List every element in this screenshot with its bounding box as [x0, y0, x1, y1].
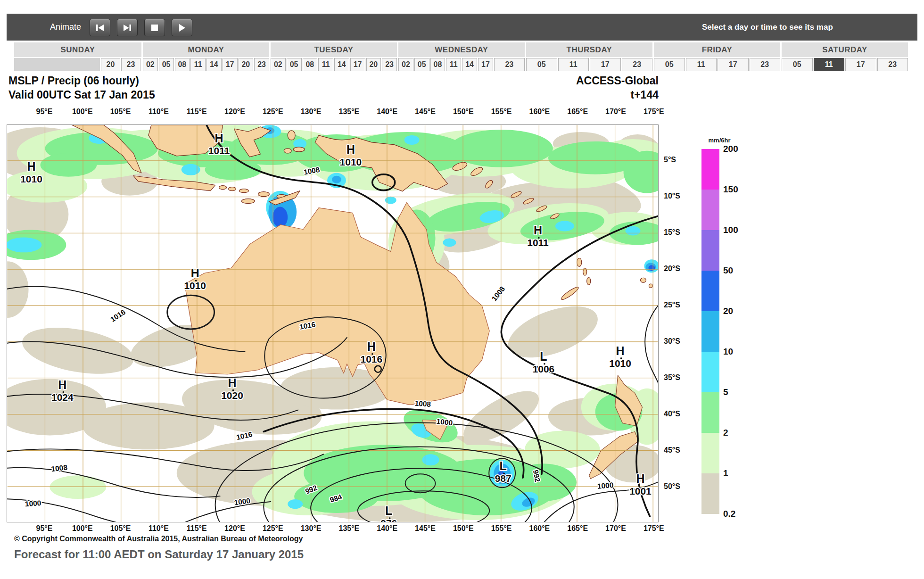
day-header-sunday[interactable]: SUNDAY: [14, 42, 141, 57]
time-cell-monday-14[interactable]: 14: [206, 58, 222, 71]
time-cell-thursday-23[interactable]: 23: [622, 58, 653, 71]
pressure-system-H-1010-letter: H: [191, 266, 199, 280]
time-cell-wednesday-23[interactable]: 23: [494, 58, 525, 71]
time-cell-monday-05[interactable]: 05: [159, 58, 174, 71]
lon-label-bottom-10: 145°E: [410, 524, 440, 533]
legend-tick-10: 10: [723, 347, 733, 357]
lon-label-bottom-8: 135°E: [334, 524, 364, 533]
legend-unit: mm/6hr: [701, 137, 738, 144]
time-cell-tuesday-17[interactable]: 17: [350, 58, 365, 71]
legend-color-segment-1: [701, 190, 719, 230]
lon-label-bottom-7: 130°E: [296, 524, 326, 533]
time-cell-monday-23[interactable]: 23: [254, 58, 269, 71]
isobar-label-1000-9: 1000: [436, 417, 453, 427]
time-cell-friday-23[interactable]: 23: [750, 58, 781, 71]
time-cell-saturday-05[interactable]: 05: [782, 58, 813, 71]
legend-color-segment-8: [701, 473, 719, 514]
legend-tick-2: 2: [723, 428, 728, 438]
day-header-saturday[interactable]: SATURDAY: [782, 42, 908, 57]
time-cell-monday-17[interactable]: 17: [223, 58, 238, 71]
selector-hint: Select a day or time to see its map: [702, 14, 833, 41]
day-header-wednesday[interactable]: WEDNESDAY: [398, 42, 525, 57]
pressure-system-L-987-value: 987: [495, 473, 512, 484]
time-cell-thursday-05[interactable]: 05: [526, 58, 557, 71]
time-cell-monday-02[interactable]: 02: [143, 58, 158, 71]
forecast-caption: Forecast for 11:00 AEDT on Saturday 17 J…: [14, 548, 304, 561]
time-cell-tuesday-20[interactable]: 20: [366, 58, 381, 71]
time-cell-tuesday-11[interactable]: 11: [318, 58, 333, 71]
day-header-tuesday[interactable]: TUESDAY: [271, 42, 397, 57]
stop-button[interactable]: [144, 19, 165, 36]
time-cell-wednesday-08[interactable]: 08: [430, 58, 446, 71]
pressure-system-H-1016-letter: H: [367, 340, 376, 353]
time-cell-friday-11[interactable]: 11: [686, 58, 717, 71]
time-cell-tuesday-02[interactable]: 02: [271, 58, 286, 71]
time-cell-friday-05[interactable]: 05: [654, 58, 685, 71]
time-cell-saturday-11[interactable]: 11: [814, 58, 845, 71]
skip-to-end-button[interactable]: [117, 19, 138, 36]
lon-label-top-6: 125°E: [258, 108, 288, 116]
time-cell-tuesday-14[interactable]: 14: [334, 58, 349, 71]
time-cell-friday-17[interactable]: 17: [718, 58, 749, 71]
pressure-center-dot: [620, 357, 622, 359]
day-header-monday[interactable]: MONDAY: [143, 42, 269, 57]
time-row: 0205081114172023: [143, 58, 269, 71]
legend-color-segment-0: [701, 149, 719, 190]
pressure-system-L-976-value: 976: [380, 518, 397, 522]
pressure-system-H-1010-letter: H: [27, 160, 36, 173]
time-cell-wednesday-17[interactable]: 17: [478, 58, 493, 71]
pressure-system-L-1006-letter: L: [540, 350, 547, 363]
lat-label-2: 15°S: [664, 228, 680, 237]
day-column-thursday: THURSDAY05111723: [526, 42, 652, 71]
time-cell-wednesday-02[interactable]: 02: [398, 58, 413, 71]
time-cell-wednesday-05[interactable]: 05: [414, 58, 429, 71]
time-cell-tuesday-05[interactable]: 05: [287, 58, 302, 71]
lon-label-bottom-15: 170°E: [601, 524, 631, 533]
legend-tick-1: 1: [723, 468, 728, 479]
isobar-label-1000-6: 1000: [25, 499, 41, 508]
time-row: 05111723: [526, 58, 652, 71]
pressure-system-H-1010-value: 1010: [20, 174, 42, 184]
time-cell-tuesday-08[interactable]: 08: [303, 58, 318, 71]
day-column-wednesday: WEDNESDAY02050811141723: [398, 42, 525, 71]
time-row: 2023: [14, 58, 141, 71]
lon-label-top-7: 130°E: [296, 108, 326, 116]
time-cell-saturday-23[interactable]: 23: [877, 58, 908, 71]
time-cell-saturday-17[interactable]: 17: [845, 58, 876, 71]
lon-label-top-10: 145°E: [410, 108, 440, 116]
lat-label-0: 5°S: [664, 156, 676, 164]
time-cell-monday-20[interactable]: 20: [239, 58, 254, 71]
pressure-system-H-1010-letter: H: [616, 344, 625, 357]
time-cell-wednesday-11[interactable]: 11: [446, 58, 461, 71]
pressure-system-H-1011-letter: H: [534, 223, 542, 237]
lat-label-3: 20°S: [664, 265, 680, 273]
lon-label-top-13: 160°E: [524, 108, 554, 116]
skip-to-start-button[interactable]: [90, 19, 110, 36]
day-column-friday: FRIDAY05111723: [654, 42, 780, 71]
time-cell-wednesday-14[interactable]: 14: [462, 58, 477, 71]
play-button[interactable]: [172, 19, 192, 36]
time-cell-tuesday-23[interactable]: 23: [382, 58, 397, 71]
lon-label-bottom-11: 150°E: [448, 524, 478, 533]
pressure-center-dot: [63, 391, 65, 393]
time-cell-monday-11[interactable]: 11: [190, 58, 206, 71]
legend-color-segment-4: [701, 311, 719, 352]
time-cell-thursday-11[interactable]: 11: [558, 58, 589, 71]
pressure-system-H-1020-letter: H: [228, 376, 236, 389]
lat-label-9: 50°S: [664, 482, 680, 491]
time-cell-thursday-17[interactable]: 17: [590, 58, 621, 71]
lon-label-bottom-3: 110°E: [143, 524, 173, 533]
day-header-thursday[interactable]: THURSDAY: [526, 42, 652, 57]
time-cell-monday-08[interactable]: 08: [175, 58, 190, 71]
legend-tick-20: 20: [723, 306, 733, 316]
pressure-system-H-1010-value: 1010: [340, 157, 362, 167]
pressure-system-H-1016-value: 1016: [361, 354, 383, 364]
legend-tick-100: 100: [723, 225, 738, 235]
pressure-system-H-1001-value: 1001: [629, 486, 652, 496]
pressure-center-dot: [195, 280, 197, 281]
day-header-friday[interactable]: FRIDAY: [654, 42, 780, 57]
pressure-system-H-1001-letter: H: [636, 472, 644, 485]
time-cell-sunday-20[interactable]: 20: [101, 58, 120, 71]
time-cell-sunday-23[interactable]: 23: [121, 58, 140, 71]
lat-label-7: 40°S: [664, 410, 680, 418]
